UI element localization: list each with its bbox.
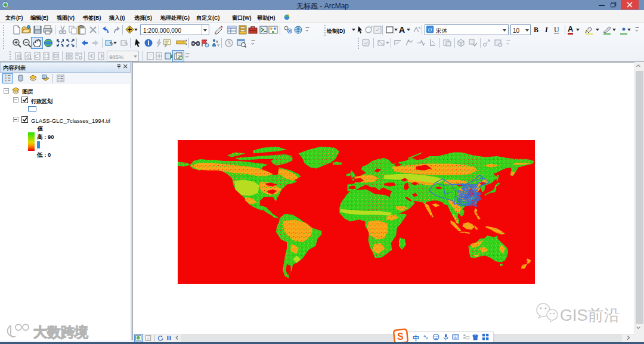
svg-text:GIS前沿: GIS前沿	[560, 306, 620, 324]
svg-text:Y: Y	[217, 44, 219, 47]
svg-text:大数跨境: 大数跨境	[33, 324, 88, 340]
svg-text:S: S	[397, 331, 404, 342]
svg-text:O: O	[428, 27, 432, 33]
